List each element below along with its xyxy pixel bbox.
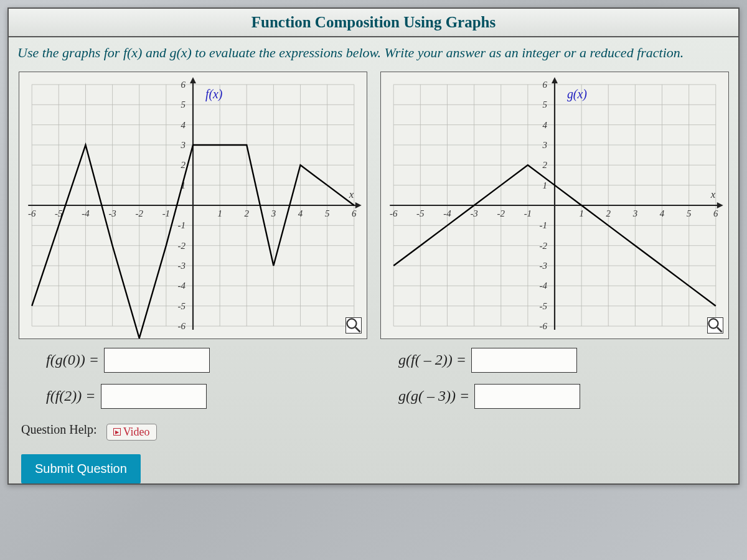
- q2-input[interactable]: [101, 384, 207, 409]
- help-prefix: Question Help:: [21, 422, 97, 436]
- svg-text:-6: -6: [389, 208, 397, 218]
- q3-label: g(f( – 2)) =: [398, 352, 466, 368]
- svg-text:2: 2: [244, 208, 249, 218]
- svg-text:-3: -3: [108, 208, 116, 218]
- svg-text:x: x: [348, 189, 354, 200]
- svg-text:x: x: [710, 189, 715, 200]
- svg-text:3: 3: [632, 208, 637, 218]
- svg-text:3: 3: [180, 140, 185, 150]
- q1-label: f(g(0)) =: [46, 352, 99, 368]
- svg-text:-4: -4: [82, 208, 90, 218]
- svg-text:6: 6: [181, 80, 186, 90]
- zoom-icon[interactable]: [707, 317, 723, 334]
- svg-text:2: 2: [181, 160, 186, 170]
- answer-row-4: g(g( – 3)) =: [398, 384, 701, 409]
- page-title: Function Composition Using Graphs: [9, 9, 738, 37]
- svg-text:6: 6: [713, 208, 718, 218]
- answer-row-2: f(f(2)) =: [46, 384, 349, 409]
- svg-text:5: 5: [686, 208, 691, 218]
- svg-text:4: 4: [542, 119, 547, 129]
- fn-f-label: f(x): [123, 45, 143, 60]
- zoom-icon[interactable]: [345, 317, 362, 334]
- svg-text:-6: -6: [177, 321, 186, 331]
- svg-text:-3: -3: [470, 208, 477, 218]
- q2-label: f(f(2)) =: [46, 388, 96, 404]
- svg-text:-1: -1: [524, 208, 531, 218]
- answer-row-3: g(f( – 2)) =: [398, 348, 701, 373]
- graph-f[interactable]: -6-5-4-3-2-1123456-6-5-4-3-2-1123456xf(x…: [19, 72, 367, 339]
- svg-text:-2: -2: [497, 208, 505, 218]
- svg-text:-3: -3: [177, 261, 185, 271]
- svg-text:3: 3: [542, 140, 547, 150]
- svg-text:-6: -6: [27, 208, 35, 218]
- svg-text:6: 6: [352, 208, 357, 218]
- fn-g-label: g(x): [169, 45, 191, 60]
- svg-text:1: 1: [542, 180, 547, 190]
- svg-text:g(x): g(x): [566, 87, 586, 101]
- svg-text:5: 5: [181, 100, 186, 110]
- svg-text:-5: -5: [177, 301, 186, 311]
- svg-text:-2: -2: [177, 240, 186, 250]
- svg-text:f(x): f(x): [205, 87, 222, 101]
- svg-text:-1: -1: [162, 208, 169, 218]
- svg-marker-27: [355, 202, 361, 208]
- instructions: Use the graphs for f(x) and g(x) to eval…: [9, 37, 738, 69]
- graph-g[interactable]: -6-5-4-3-2-1123456-6-5-4-3-2-1123456xg(x…: [380, 72, 729, 339]
- svg-text:2: 2: [606, 208, 611, 218]
- svg-text:4: 4: [298, 208, 303, 218]
- svg-text:-3: -3: [539, 261, 547, 271]
- svg-marker-85: [716, 202, 723, 208]
- svg-text:-4: -4: [539, 281, 547, 291]
- svg-text:5: 5: [542, 100, 547, 110]
- svg-text:1: 1: [217, 208, 222, 218]
- q1-input[interactable]: [104, 348, 210, 373]
- instr-suffix: to evaluate the expressions below. Write…: [195, 45, 684, 60]
- q4-input[interactable]: [474, 384, 580, 409]
- svg-marker-29: [190, 77, 196, 83]
- svg-marker-87: [552, 77, 558, 83]
- instr-prefix: Use the graphs for: [17, 45, 123, 60]
- q4-label: g(g( – 3)) =: [398, 388, 469, 404]
- submit-button[interactable]: Submit Question: [21, 454, 141, 483]
- svg-text:-2: -2: [135, 208, 143, 218]
- svg-text:-2: -2: [539, 240, 547, 250]
- svg-text:-5: -5: [416, 208, 425, 218]
- svg-text:4: 4: [659, 208, 664, 218]
- svg-text:-4: -4: [177, 281, 186, 291]
- svg-point-56: [347, 319, 356, 328]
- svg-text:-6: -6: [539, 321, 547, 331]
- svg-text:5: 5: [324, 208, 329, 218]
- svg-line-115: [717, 327, 722, 332]
- svg-text:2: 2: [542, 160, 547, 170]
- svg-text:-5: -5: [539, 301, 547, 311]
- instr-mid: and: [146, 45, 170, 60]
- svg-point-114: [708, 319, 718, 328]
- svg-text:1: 1: [579, 208, 583, 218]
- video-label: Video: [123, 426, 150, 439]
- svg-text:6: 6: [542, 80, 547, 90]
- video-button[interactable]: ▶ Video: [106, 424, 157, 441]
- svg-text:-1: -1: [539, 220, 547, 230]
- play-icon: ▶: [113, 428, 121, 436]
- answer-row-1: f(g(0)) =: [46, 348, 349, 373]
- svg-text:4: 4: [181, 119, 186, 129]
- q3-input[interactable]: [471, 348, 577, 373]
- question-help-row: Question Help: ▶ Video: [9, 415, 738, 452]
- svg-text:-1: -1: [177, 220, 185, 230]
- svg-text:3: 3: [270, 208, 275, 218]
- svg-line-57: [355, 327, 360, 332]
- svg-text:-4: -4: [443, 208, 451, 218]
